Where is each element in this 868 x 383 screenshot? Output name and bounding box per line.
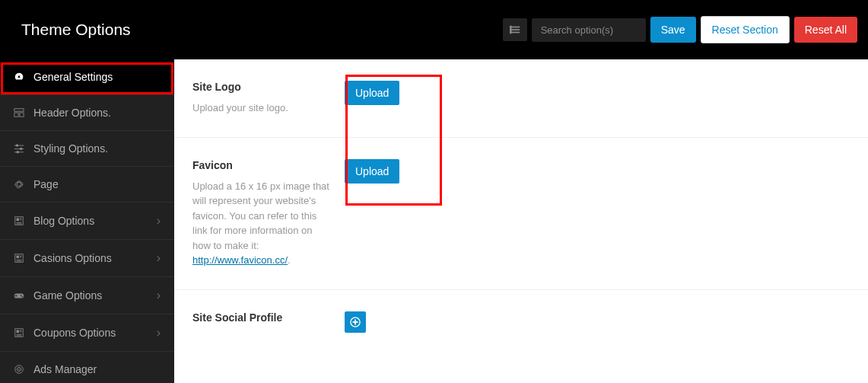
news-icon (14, 327, 27, 338)
sidebar-item-label: Page (33, 178, 59, 190)
svg-point-10 (16, 144, 19, 147)
option-site-logo: Site Logo Upload your site logo. Upload (174, 59, 868, 138)
sidebar-item-casions-options[interactable]: Casions Options› (0, 240, 174, 277)
sidebar-item-ads-manager[interactable]: Ads Manager (0, 352, 174, 383)
svg-rect-6 (20, 113, 24, 116)
sliders-icon (14, 143, 27, 154)
chevron-right-icon: › (157, 289, 161, 302)
toggle-panel-icon[interactable] (503, 18, 527, 41)
content-panel: Site Logo Upload your site logo. Upload … (174, 59, 868, 383)
option-title: Favicon (192, 159, 329, 171)
svg-rect-15 (20, 219, 22, 219)
reset-all-button[interactable]: Reset All (794, 17, 857, 43)
svg-rect-20 (17, 256, 20, 259)
svg-rect-0 (510, 27, 520, 28)
search-input[interactable] (532, 18, 646, 42)
sidebar-item-label: Ads Manager (33, 363, 97, 375)
svg-rect-31 (17, 330, 20, 334)
chevron-right-icon: › (157, 251, 161, 265)
favicon-link[interactable]: http://www.favicon.cc/ (192, 254, 288, 266)
svg-rect-35 (17, 336, 22, 337)
bullseye-icon (14, 364, 27, 375)
news-icon (14, 253, 27, 263)
svg-rect-16 (20, 219, 22, 220)
svg-rect-41 (353, 321, 358, 323)
sidebar-item-general-settings[interactable]: General Settings (0, 59, 174, 95)
page-title: Theme Options (21, 21, 131, 39)
sidebar-item-header-options[interactable]: Header Options. (0, 95, 174, 131)
sidebar-item-game-options[interactable]: Game Options› (0, 277, 174, 314)
svg-rect-5 (14, 113, 18, 116)
option-desc: Upload a 16 x 16 px image that will repr… (192, 179, 329, 268)
reset-section-button[interactable]: Reset Section (701, 16, 790, 43)
svg-point-28 (21, 295, 22, 296)
upload-site-logo-button[interactable]: Upload (345, 81, 399, 105)
svg-rect-27 (15, 295, 17, 296)
option-desc: Upload your site logo. (192, 101, 329, 116)
header-bar: Theme Options Save Reset Section Reset A… (0, 0, 868, 59)
chevron-right-icon: › (157, 326, 161, 340)
option-desc-text: Upload a 16 x 16 px image that will repr… (192, 180, 329, 251)
svg-rect-18 (17, 224, 22, 225)
sidebar: General SettingsHeader Options.Styling O… (0, 59, 174, 383)
sidebar-item-label: Header Options. (33, 107, 111, 119)
layout-icon (14, 107, 27, 118)
svg-rect-2 (510, 32, 520, 34)
option-favicon: Favicon Upload a 16 x 16 px image that w… (174, 138, 868, 290)
svg-point-29 (22, 296, 24, 298)
svg-rect-3 (510, 26, 512, 34)
svg-rect-22 (20, 257, 22, 257)
svg-rect-4 (14, 109, 24, 112)
svg-rect-23 (17, 260, 22, 260)
svg-rect-32 (20, 330, 22, 331)
add-social-button[interactable] (345, 311, 366, 333)
sidebar-item-label: Casions Options (33, 252, 112, 264)
svg-rect-33 (20, 331, 22, 332)
sidebar-item-page[interactable]: Page (0, 167, 174, 203)
news-icon (14, 215, 27, 226)
dashboard-icon (14, 72, 27, 82)
option-title: Site Social Profile (192, 311, 329, 324)
sidebar-item-label: Game Options (33, 289, 102, 302)
svg-point-38 (18, 369, 20, 370)
svg-rect-1 (510, 29, 520, 30)
gears-icon (14, 179, 27, 190)
svg-rect-14 (17, 219, 20, 222)
svg-rect-34 (17, 334, 22, 335)
sidebar-item-label: Blog Options (33, 215, 94, 227)
upload-favicon-button[interactable]: Upload (345, 159, 399, 184)
sidebar-item-label: Styling Options. (33, 142, 108, 155)
sidebar-item-label: Coupons Options (33, 327, 116, 339)
sidebar-item-coupons-options[interactable]: Coupons Options› (0, 314, 174, 352)
sidebar-item-label: General Settings (33, 71, 113, 83)
save-button[interactable]: Save (650, 17, 696, 43)
sidebar-item-blog-options[interactable]: Blog Options› (0, 203, 174, 240)
svg-rect-17 (17, 222, 22, 223)
svg-rect-24 (17, 261, 22, 262)
option-desc-text: . (288, 254, 291, 266)
svg-rect-21 (20, 256, 22, 257)
chevron-right-icon: › (157, 214, 161, 228)
option-title: Site Logo (192, 81, 329, 93)
sidebar-item-styling-options[interactable]: Styling Options. (0, 131, 174, 167)
svg-point-11 (20, 148, 23, 151)
option-social-profile: Site Social Profile (174, 290, 868, 354)
gamepad-icon (14, 290, 27, 301)
svg-point-12 (17, 151, 20, 154)
plus-icon (350, 317, 361, 327)
header-actions: Save Reset Section Reset All (503, 16, 857, 43)
